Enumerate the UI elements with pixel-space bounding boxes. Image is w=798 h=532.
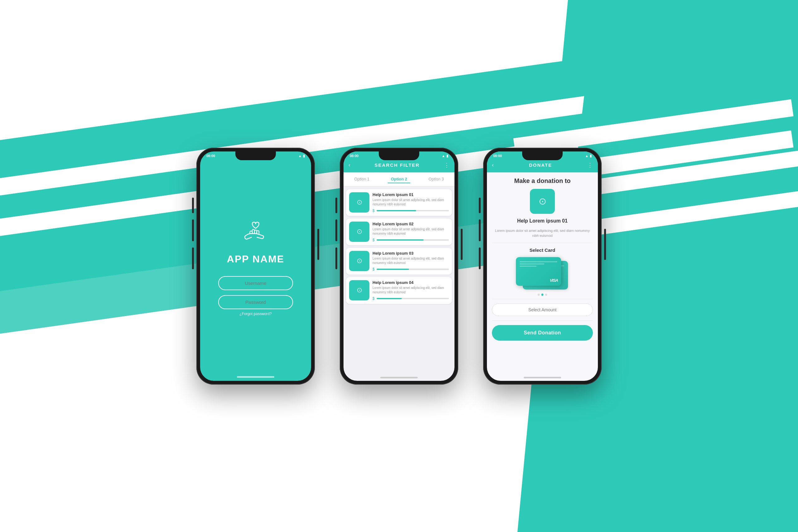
phone2-status-icons: ▲ ▮: [442, 154, 448, 158]
card-title-3: Help Lorem ipsum 03: [373, 251, 449, 255]
wifi-icon-2: ▲: [442, 154, 445, 158]
wifi-icon-3: ▲: [585, 154, 589, 158]
phone-2: 08:00 ▲ ▮ ‹ SEARCH FILTER ⋮ Option 1: [340, 148, 458, 385]
card-desc-4: Lorem ipsum dolor sit amet adipiscing el…: [373, 286, 449, 294]
phone1-status-bar: 08:00 ▲ ▮: [200, 151, 311, 159]
camera-icon-donate: ⊙: [539, 196, 547, 207]
send-donation-button[interactable]: Send Donation: [492, 325, 593, 341]
card-title-2: Help Lorem ipsum 02: [373, 222, 449, 226]
donate-thumb: ⊙: [530, 189, 555, 214]
card-dots: [538, 293, 547, 296]
divider-2: [492, 299, 593, 299]
phone3-notch: [522, 151, 563, 160]
list-item[interactable]: ⊙ Help Lorem ipsum 01 Lorem ipsum dolor …: [346, 189, 452, 216]
card-title-4: Help Lorem ipsum 04: [373, 280, 449, 285]
phone-1: 08:00 ▲ ▮: [196, 148, 315, 385]
phone2-home-indicator: [380, 377, 418, 378]
phone1-notch: [235, 151, 276, 160]
tab-option2[interactable]: Option 2: [388, 175, 411, 183]
phone2-header-title: SEARCH FILTER: [350, 163, 444, 168]
phone2-header: ‹ SEARCH FILTER ⋮: [343, 159, 455, 172]
phone2-status-bar: 08:00 ▲ ▮: [343, 151, 455, 159]
phone3-header: ‹ DONATE ⋮: [487, 159, 598, 172]
app-logo: [242, 216, 270, 245]
list-item[interactable]: ⊙ Help Lorem ipsum 04 Lorem ipsum dolor …: [346, 277, 452, 304]
battery-icon: ▮: [303, 154, 305, 158]
tab-option1[interactable]: Option 1: [351, 175, 373, 183]
camera-icon-4: ⊙: [357, 286, 362, 294]
app-name: APP NAME: [227, 253, 284, 265]
forgot-password-link[interactable]: ¿Forgot password?: [240, 312, 271, 316]
donate-title: Make a donation to: [514, 177, 570, 185]
tabs-row: Option 1 Option 2 Option 3: [343, 172, 455, 187]
phone2-time: 08:00: [350, 154, 359, 158]
card-thumb-4: ⊙: [349, 280, 369, 301]
phone3-status-bar: 08:00 ▲ ▮: [487, 151, 598, 159]
card-front: VISA: [516, 257, 561, 286]
phone3-status-icons: ▲ ▮: [585, 154, 592, 158]
card-thumb-3: ⊙: [349, 251, 369, 271]
phone1-status-icons: ▲ ▮: [298, 154, 305, 158]
wifi-icon: ▲: [298, 154, 302, 158]
donate-card-title: Help Lorem ipsum 01: [517, 218, 568, 224]
phone-3: 08:00 ▲ ▮ ‹ DONATE ⋮ Make a donation to: [483, 148, 602, 385]
card-desc-3: Lorem ipsum dolor sit amet adipiscing el…: [373, 256, 449, 265]
phone3-home-indicator: [524, 377, 561, 378]
phone2-notch: [379, 151, 419, 160]
dollar-icon-3: $: [373, 267, 375, 271]
username-input[interactable]: [218, 276, 293, 290]
divider-3: [492, 320, 593, 321]
donate-card-desc: Lorem ipsum dolor sit amet adipiscing el…: [492, 228, 593, 239]
menu-button-3[interactable]: ⋮: [587, 162, 593, 169]
select-card-label: Select Card: [530, 247, 555, 253]
camera-icon-3: ⊙: [357, 257, 362, 265]
password-input[interactable]: [218, 295, 293, 309]
visa-logo: VISA: [550, 278, 558, 283]
menu-button-2[interactable]: ⋮: [444, 162, 450, 169]
card-thumb-1: ⊙: [349, 192, 369, 212]
card-desc-1: Lorem ipsum dolor sit amet adipiscing el…: [373, 198, 449, 207]
list-item[interactable]: ⊙ Help Lorem ipsum 02 Lorem ipsum dolor …: [346, 218, 452, 245]
dollar-icon-1: $: [373, 209, 375, 213]
tab-option3[interactable]: Option 3: [425, 175, 447, 183]
camera-icon-1: ⊙: [357, 198, 362, 206]
dollar-icon-4: $: [373, 297, 375, 301]
phone1-home-indicator: [237, 376, 274, 378]
select-amount-input[interactable]: [492, 304, 593, 316]
dollar-icon-2: $: [373, 238, 375, 242]
card-thumb-2: ⊙: [349, 222, 369, 242]
battery-icon-2: ▮: [446, 154, 448, 158]
phone1-time: 08:00: [206, 154, 215, 158]
credit-card-container: VISA: [516, 257, 569, 291]
card-title-1: Help Lorem ipsum 01: [373, 192, 449, 197]
card-desc-2: Lorem ipsum dolor sit amet adipiscing el…: [373, 227, 449, 236]
phone3-header-title: DONATE: [494, 163, 587, 168]
camera-icon-2: ⊙: [357, 228, 362, 235]
list-item[interactable]: ⊙ Help Lorem ipsum 03 Lorem ipsum dolor …: [346, 248, 452, 274]
phone3-time: 08:00: [493, 154, 502, 158]
list-content: ⊙ Help Lorem ipsum 01 Lorem ipsum dolor …: [343, 187, 455, 374]
battery-icon-3: ▮: [590, 154, 592, 158]
